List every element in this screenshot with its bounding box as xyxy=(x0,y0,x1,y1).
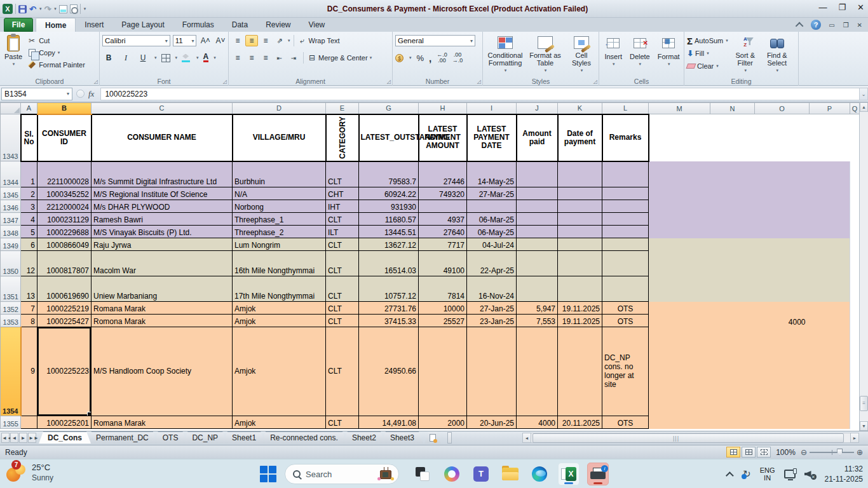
cell-L1344[interactable] xyxy=(602,161,649,187)
column-header-Q[interactable]: Q xyxy=(850,103,860,114)
cell-E1353[interactable]: CLT xyxy=(326,315,359,327)
font-dialog-launcher[interactable]: ◿ xyxy=(223,79,227,85)
cell-C1354[interactable]: M/S Handloom Coop Society xyxy=(92,327,233,416)
cell-J1350[interactable] xyxy=(517,251,558,276)
cell-B1352[interactable]: 1000225219 xyxy=(37,302,92,315)
cell-O1352[interactable] xyxy=(755,302,810,315)
cell-styles-button[interactable]: Cell Styles▾ xyxy=(566,34,597,76)
tab-data[interactable]: Data xyxy=(223,18,257,32)
middle-align-icon[interactable]: ≡ xyxy=(245,35,258,46)
row-header-1354[interactable]: 1354 xyxy=(1,327,21,416)
cell-M1354[interactable] xyxy=(649,327,710,416)
column-header-L[interactable]: L xyxy=(602,103,649,114)
cell-Q1355[interactable] xyxy=(850,416,860,429)
cell-I1344[interactable]: 14-May-25 xyxy=(467,161,517,187)
cell-O1355[interactable] xyxy=(755,416,810,429)
cell-K1347[interactable] xyxy=(558,213,602,226)
printer-app-button[interactable]: i xyxy=(587,463,609,485)
sheet-tab-sheet1[interactable]: Sheet1 xyxy=(223,431,265,444)
format-painter-button[interactable]: Format Painter xyxy=(27,59,85,71)
cell-Q1354[interactable] xyxy=(850,327,860,416)
sheet-tab-dc-cons[interactable]: DC_Cons xyxy=(39,431,91,444)
percent-style-icon[interactable]: % xyxy=(417,53,424,63)
cell-L1353[interactable]: OTS xyxy=(602,315,649,327)
conditional-formatting-button[interactable]: Conditional Formatting▾ xyxy=(485,34,525,76)
cell-A1353[interactable]: 8 xyxy=(21,315,37,327)
cell[interactable] xyxy=(810,114,850,161)
cell-O1353[interactable]: 4000 xyxy=(755,315,810,327)
fill-color-icon[interactable] xyxy=(182,54,191,62)
underline-button[interactable]: U xyxy=(137,52,149,64)
cell[interactable] xyxy=(649,114,710,161)
cell-C1344[interactable]: M/s Summit Digital Infrastructure Ltd xyxy=(92,161,233,187)
column-header-M[interactable]: M xyxy=(649,103,710,114)
cell-J1355[interactable]: 4000 xyxy=(517,416,558,429)
cell-G1346[interactable]: 931930 xyxy=(359,200,419,213)
scroll-right-icon[interactable]: ► xyxy=(850,433,859,443)
cell-I1353[interactable]: 23-Jan-25 xyxy=(467,315,517,327)
alignment-dialog-launcher[interactable]: ◿ xyxy=(387,79,391,85)
row-header-1349[interactable]: 1349 xyxy=(1,238,21,251)
grow-font-button[interactable]: A˄ xyxy=(199,35,212,46)
volume-muted-icon[interactable]: ✕ xyxy=(804,470,816,478)
cell-P1346[interactable] xyxy=(810,200,850,213)
vertical-scrollbar[interactable]: ▲ ▼ xyxy=(859,102,868,431)
cell-K1349[interactable] xyxy=(558,238,602,251)
sheet-tab-ots[interactable]: OTS xyxy=(154,431,187,444)
customize-qat-icon[interactable]: ▾ xyxy=(84,6,86,11)
name-box-dropdown-icon[interactable]: ▾ xyxy=(67,91,69,97)
cell-N1355[interactable] xyxy=(710,416,755,429)
cell-Q1344[interactable] xyxy=(850,161,860,187)
cell-D1354[interactable]: Amjok xyxy=(233,327,326,416)
cell-K1352[interactable]: 19.11.2025 xyxy=(558,302,602,315)
column-header-E[interactable]: E xyxy=(326,103,359,114)
cell-D1344[interactable]: Burbhuin xyxy=(233,161,326,187)
decrease-decimal-icon[interactable]: .00→.0 xyxy=(452,52,463,64)
hidden-icons-chevron[interactable] xyxy=(726,471,734,480)
cell-E1347[interactable]: CLT xyxy=(326,213,359,226)
cell-I1348[interactable]: 06-May-25 xyxy=(467,226,517,238)
cell-A1347[interactable]: 4 xyxy=(21,213,37,226)
edge-button[interactable] xyxy=(529,463,550,485)
cell-L1350[interactable] xyxy=(602,251,649,276)
cell-D1351[interactable]: 17th Mile Nongthymmai xyxy=(233,276,326,302)
close-button[interactable]: ✕ xyxy=(857,3,864,12)
horizontal-scrollbar[interactable]: ◄ ||| ► xyxy=(522,432,859,443)
cell-N1346[interactable] xyxy=(710,200,755,213)
network-display-icon[interactable] xyxy=(784,470,796,478)
scroll-left-icon[interactable]: ◄ xyxy=(522,433,531,443)
cell-I1354[interactable] xyxy=(467,327,517,416)
cell-B1353[interactable]: 1000225427 xyxy=(37,315,92,327)
format-cells-button[interactable]: ▦ Format▾ xyxy=(656,34,682,76)
cell-A1351[interactable]: 13 xyxy=(21,276,37,302)
row-header-1347[interactable]: 1347 xyxy=(1,213,21,226)
cell-L1345[interactable] xyxy=(602,187,649,200)
column-header-A[interactable]: A xyxy=(21,103,37,114)
cell-M1351[interactable] xyxy=(649,276,710,302)
autosum-button[interactable]: ΣAutoSum▾ xyxy=(687,35,728,46)
undo-icon[interactable]: ↶ xyxy=(29,4,36,14)
cell-H1349[interactable]: 7717 xyxy=(419,238,467,251)
align-right-icon[interactable]: ≡ xyxy=(259,52,272,64)
print-preview-icon[interactable] xyxy=(70,4,78,13)
workbook-restore-icon[interactable]: ❐ xyxy=(843,22,850,29)
column-header-O[interactable]: O xyxy=(755,103,810,114)
cell-G1348[interactable]: 13445.51 xyxy=(359,226,419,238)
header-cell[interactable]: CATEGORY xyxy=(326,114,359,161)
cell-A1355[interactable] xyxy=(21,416,37,429)
cell-C1346[interactable]: M/s DHAR PLYWOOD xyxy=(92,200,233,213)
sheet-tab-sheet2[interactable]: Sheet2 xyxy=(343,431,385,444)
page-layout-view-button[interactable] xyxy=(742,447,756,458)
cell-P1345[interactable] xyxy=(810,187,850,200)
cell-C1345[interactable]: M/S Regional Institute Of Science xyxy=(92,187,233,200)
cell-H1354[interactable] xyxy=(419,327,467,416)
cell-O1351[interactable] xyxy=(755,276,810,302)
cell-G1355[interactable]: 14,491.08 xyxy=(359,416,419,429)
cell-M1347[interactable] xyxy=(649,213,710,226)
weather-widget[interactable]: 7 25°C Sunny xyxy=(6,463,53,483)
cell-O1348[interactable] xyxy=(755,226,810,238)
row-header-1355[interactable]: 1355 xyxy=(1,416,21,429)
cell-I1350[interactable]: 22-Apr-25 xyxy=(467,251,517,276)
cell-A1348[interactable]: 5 xyxy=(21,226,37,238)
cell-L1349[interactable] xyxy=(602,238,649,251)
